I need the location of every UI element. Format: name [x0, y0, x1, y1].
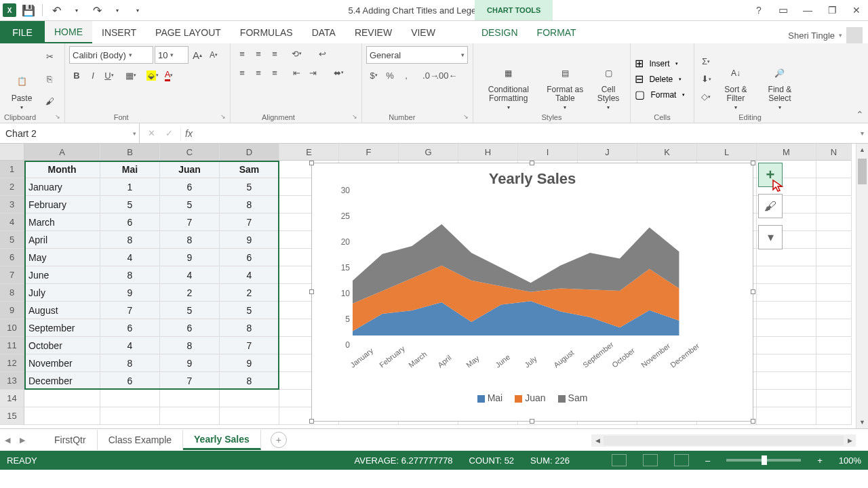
- zoom-in-icon[interactable]: +: [817, 455, 823, 466]
- restore-icon[interactable]: ❐: [821, 0, 844, 20]
- orientation-icon[interactable]: ⟲▾: [289, 46, 304, 61]
- cell-A6[interactable]: May: [24, 249, 100, 266]
- cell-M7[interactable]: [757, 266, 816, 284]
- cell-C12[interactable]: 9: [160, 354, 220, 372]
- cell-C8[interactable]: 2: [160, 284, 220, 302]
- cell-M9[interactable]: [757, 302, 816, 319]
- inc-indent-icon[interactable]: ⇥: [305, 65, 320, 80]
- cells-insert-button[interactable]: ⊞ Insert ▾: [635, 57, 690, 70]
- align-right-icon[interactable]: ≡: [267, 65, 282, 80]
- cell-A8[interactable]: July: [24, 284, 100, 302]
- cell-B7[interactable]: 8: [100, 266, 160, 284]
- format-painter-icon[interactable]: 🖌: [42, 94, 57, 109]
- col-header-G[interactable]: G: [399, 144, 458, 161]
- cut-icon[interactable]: ✂: [42, 49, 57, 64]
- cell-N7[interactable]: [816, 266, 852, 284]
- cell-B2[interactable]: 1: [100, 178, 160, 196]
- normal-view-icon[interactable]: [612, 454, 627, 466]
- col-header-H[interactable]: H: [458, 144, 518, 161]
- cell-N11[interactable]: [816, 337, 852, 354]
- cell-M12[interactable]: [757, 354, 816, 372]
- font-launcher-icon[interactable]: ↘: [220, 113, 226, 120]
- chart-styles-button[interactable]: 🖌: [758, 194, 783, 218]
- sort-filter-button[interactable]: A↓Sort & Filter▾: [716, 46, 755, 112]
- alignment-launcher-icon[interactable]: ↘: [352, 113, 357, 120]
- cell-B4[interactable]: 6: [100, 214, 160, 231]
- font-color-icon[interactable]: A▾: [161, 68, 176, 83]
- cell-C2[interactable]: 6: [160, 178, 220, 196]
- new-sheet-button[interactable]: +: [271, 432, 287, 448]
- copy-icon[interactable]: ⎘: [42, 72, 57, 87]
- row-header-6[interactable]: 6: [0, 249, 24, 266]
- cell-N6[interactable]: [816, 249, 852, 266]
- dec-decimal-icon[interactable]: .00←: [439, 68, 454, 83]
- formula-input[interactable]: [197, 123, 856, 144]
- cell-D15[interactable]: [220, 407, 279, 425]
- row-header-5[interactable]: 5: [0, 231, 24, 249]
- col-header-M[interactable]: M: [757, 144, 816, 161]
- align-middle-icon[interactable]: ≡: [251, 46, 266, 61]
- borders-icon[interactable]: ▦▾: [123, 68, 138, 83]
- cell-D10[interactable]: 8: [220, 319, 279, 337]
- clipboard-launcher-icon[interactable]: ↘: [55, 113, 60, 120]
- cell-B8[interactable]: 9: [100, 284, 160, 302]
- cell-B9[interactable]: 7: [100, 302, 160, 319]
- cell-N2[interactable]: [816, 178, 852, 196]
- page-layout-view-icon[interactable]: [643, 454, 658, 466]
- vertical-scrollbar[interactable]: ▲ ▼: [856, 144, 868, 428]
- chart-title[interactable]: Yearly Sales: [312, 163, 753, 190]
- cell-D9[interactable]: 5: [220, 302, 279, 319]
- qat-customize-icon[interactable]: ▾: [130, 2, 146, 18]
- col-header-K[interactable]: K: [637, 144, 697, 161]
- zoom-level[interactable]: 100%: [839, 455, 861, 466]
- format-as-table-button[interactable]: ▤Format as Table▾: [542, 46, 588, 112]
- autosum-icon[interactable]: Σ▾: [698, 54, 713, 69]
- number-format-combo[interactable]: General▾: [366, 46, 468, 64]
- col-header-N[interactable]: N: [816, 144, 852, 161]
- cell-A4[interactable]: March: [24, 214, 100, 231]
- cell-M11[interactable]: [757, 337, 816, 354]
- paste-button[interactable]: 📋 Paste ▾: [4, 46, 39, 112]
- row-header-2[interactable]: 2: [0, 178, 24, 196]
- row-header-9[interactable]: 9: [0, 302, 24, 319]
- cell-M15[interactable]: [757, 407, 816, 425]
- find-select-button[interactable]: 🔎Find & Select▾: [758, 46, 802, 112]
- cell-B12[interactable]: 8: [100, 354, 160, 372]
- view-tab[interactable]: VIEW: [401, 21, 445, 43]
- cell-D1[interactable]: Sam: [220, 161, 279, 178]
- home-tab[interactable]: HOME: [45, 21, 92, 43]
- save-icon[interactable]: 💾: [20, 2, 37, 18]
- chart-elements-button[interactable]: +: [758, 163, 783, 187]
- sheet-nav-prev-icon[interactable]: ◀: [0, 429, 15, 451]
- user-name-label[interactable]: Sheri Tingle: [788, 30, 835, 41]
- collapse-ribbon-icon[interactable]: ⌃: [856, 109, 864, 120]
- cell-C15[interactable]: [160, 407, 220, 425]
- chart-filters-button[interactable]: ▾: [758, 225, 783, 249]
- cell-D8[interactable]: 2: [220, 284, 279, 302]
- help-icon[interactable]: ?: [747, 0, 770, 20]
- cell-B13[interactable]: 6: [100, 372, 160, 390]
- cell-M13[interactable]: [757, 372, 816, 390]
- cell-D2[interactable]: 5: [220, 178, 279, 196]
- cell-N14[interactable]: [816, 390, 852, 407]
- page-break-view-icon[interactable]: [674, 454, 689, 466]
- bold-button[interactable]: B: [69, 68, 84, 83]
- cell-B3[interactable]: 5: [100, 196, 160, 214]
- zoom-out-icon[interactable]: –: [705, 455, 710, 466]
- cell-D12[interactable]: 9: [220, 354, 279, 372]
- accounting-format-icon[interactable]: $▾: [366, 68, 381, 83]
- cells-delete-button[interactable]: ⊟ Delete ▾: [635, 73, 690, 85]
- row-header-14[interactable]: 14: [0, 390, 24, 407]
- clear-icon[interactable]: ◇▾: [698, 89, 713, 104]
- col-header-E[interactable]: E: [279, 144, 339, 161]
- col-header-C[interactable]: C: [160, 144, 220, 161]
- cell-A10[interactable]: September: [24, 319, 100, 337]
- cell-C1[interactable]: Juan: [160, 161, 220, 178]
- row-header-12[interactable]: 12: [0, 354, 24, 372]
- expand-formula-bar-icon[interactable]: ▾: [856, 129, 868, 137]
- sheet-tab-firstqtr[interactable]: FirstQtr: [43, 430, 98, 450]
- col-header-I[interactable]: I: [518, 144, 578, 161]
- formulas-tab[interactable]: FORMULAS: [231, 21, 302, 43]
- file-tab[interactable]: FILE: [0, 21, 45, 43]
- cell-M8[interactable]: [757, 284, 816, 302]
